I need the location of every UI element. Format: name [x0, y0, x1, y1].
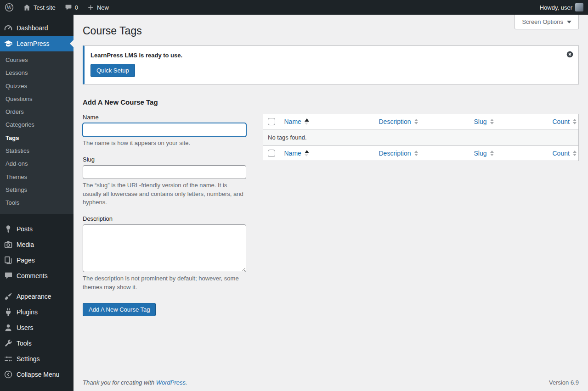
settings-sliders-icon: [0, 354, 17, 363]
sort-by-name-link[interactable]: Name: [284, 150, 309, 157]
wordpress-link[interactable]: WordPress: [156, 379, 186, 386]
column-header-name: Name: [284, 118, 301, 125]
admin-sidebar: Dashboard LearnPress Courses Lessons Qui…: [0, 15, 74, 391]
sidebar-item-label: Appearance: [17, 293, 51, 300]
dashboard-icon: [0, 23, 17, 33]
sort-asc-icon: [305, 150, 309, 156]
sidebar-item-dashboard[interactable]: Dashboard: [0, 20, 74, 36]
user-icon: [0, 323, 17, 332]
sidebar-item-label: Comments: [17, 272, 48, 279]
admin-bar-right: Howdy, user: [535, 0, 588, 15]
sort-asc-icon: [305, 118, 309, 125]
sort-by-name-link[interactable]: Name: [284, 118, 309, 125]
sidebar-item-comments[interactable]: Comments: [0, 268, 74, 284]
sort-by-slug-link[interactable]: Slug: [474, 150, 494, 157]
slug-field-group: Slug The “slug” is the URL-friendly vers…: [83, 156, 246, 207]
table-header-row: Name Description Slug Count: [263, 114, 579, 129]
new-label: New: [97, 4, 109, 11]
column-header-slug: Slug: [474, 118, 487, 125]
slug-help-text: The “slug” is the URL-friendly version o…: [83, 181, 246, 207]
speech-bubble-icon: [0, 271, 17, 280]
sidebar-item-plugins[interactable]: Plugins: [0, 304, 74, 320]
sort-by-slug-link[interactable]: Slug: [474, 118, 494, 125]
add-tag-form: Name The name is how it appears on your …: [83, 114, 246, 316]
sortable-icon: [573, 119, 577, 124]
sidebar-item-label: Settings: [17, 355, 40, 363]
sort-by-description-link[interactable]: Description: [379, 150, 418, 157]
description-field-group: Description The description is not promi…: [83, 215, 246, 292]
svg-text:W: W: [7, 5, 12, 10]
plus-icon: [87, 4, 94, 11]
dismiss-notice-button[interactable]: [565, 50, 575, 59]
collapse-arrow-icon: [0, 370, 17, 379]
tag-name-input[interactable]: [83, 123, 246, 137]
column-header-description: Description: [379, 150, 411, 157]
menu-separator: [0, 214, 74, 221]
site-name-menu[interactable]: Test site: [18, 0, 60, 15]
sortable-icon: [490, 151, 494, 156]
page-title: Course Tags: [83, 24, 579, 38]
sidebar-item-label: Posts: [17, 225, 33, 233]
footer-version: Version 6.9: [549, 379, 579, 386]
howdy-label: Howdy, user: [540, 4, 572, 11]
empty-table-row: No tags found.: [263, 129, 579, 145]
sidebar-item-appearance[interactable]: Appearance: [0, 289, 74, 304]
pushpin-icon: [0, 224, 17, 234]
select-all-checkbox[interactable]: [268, 118, 275, 125]
sidebar-item-tools[interactable]: Tools: [0, 335, 74, 351]
sidebar-item-lp-settings[interactable]: Settings: [0, 184, 74, 196]
sidebar-item-lessons[interactable]: Lessons: [0, 67, 74, 79]
sidebar-item-questions[interactable]: Questions: [0, 93, 74, 106]
sidebar-item-quizzes[interactable]: Quizzes: [0, 80, 74, 93]
wordpress-logo-icon: W: [5, 3, 14, 12]
sort-by-count-link[interactable]: Count: [553, 150, 577, 157]
wordpress-logo-menu[interactable]: W: [0, 0, 18, 15]
new-content-menu[interactable]: New: [83, 0, 113, 15]
comments-count: 0: [75, 4, 78, 11]
sidebar-item-statistics[interactable]: Statistics: [0, 145, 74, 157]
sidebar-item-settings[interactable]: Settings: [0, 351, 74, 367]
collapse-menu-button[interactable]: Collapse Menu: [0, 367, 74, 382]
chevron-down-icon: [567, 21, 571, 23]
wrench-icon: [0, 339, 17, 348]
sidebar-item-label: Dashboard: [17, 24, 48, 32]
sidebar-item-addons[interactable]: Add-ons: [0, 157, 74, 170]
tags-table-wrapper: Name Description Slug Count: [263, 114, 579, 161]
sidebar-item-lp-tools[interactable]: Tools: [0, 196, 74, 209]
menu-separator: [0, 284, 74, 289]
screen-options-button[interactable]: Screen Options: [514, 15, 579, 29]
sidebar-item-posts[interactable]: Posts: [0, 221, 74, 237]
column-header-slug: Slug: [474, 150, 487, 157]
sidebar-item-tags[interactable]: Tags: [0, 132, 74, 145]
sidebar-item-pages[interactable]: Pages: [0, 252, 74, 268]
sort-by-description-link[interactable]: Description: [379, 118, 418, 125]
add-tag-submit-button[interactable]: Add A New Course Tag: [83, 303, 156, 316]
admin-footer: Thank you for creating with WordPress. V…: [83, 374, 579, 391]
submit-row: Add A New Course Tag: [83, 303, 246, 316]
camera-icon: [0, 240, 17, 249]
sortable-icon: [414, 119, 418, 124]
sidebar-item-orders[interactable]: Orders: [0, 106, 74, 118]
sortable-icon: [573, 151, 577, 156]
learnpress-notice: LearnPress LMS is ready to use. Quick Se…: [83, 45, 579, 84]
sidebar-item-label: LearnPress: [17, 40, 50, 47]
tag-slug-input[interactable]: [83, 165, 246, 179]
sidebar-item-media[interactable]: Media: [0, 237, 74, 252]
comments-menu[interactable]: 0: [60, 0, 83, 15]
admin-bar-left: W Test site 0 New: [0, 0, 113, 15]
tag-description-textarea[interactable]: [83, 224, 246, 272]
sidebar-item-categories[interactable]: Categories: [0, 118, 74, 131]
sidebar-item-themes[interactable]: Themes: [0, 171, 74, 184]
sidebar-item-courses[interactable]: Courses: [0, 54, 74, 67]
footer-thanks-text: Thank you for creating with WordPress.: [83, 379, 187, 386]
collapse-menu-label: Collapse Menu: [17, 371, 59, 378]
sidebar-item-learnpress[interactable]: LearnPress: [0, 36, 74, 51]
learnpress-submenu: Courses Lessons Quizzes Questions Orders…: [0, 51, 74, 214]
content-columns: Name The name is how it appears on your …: [83, 114, 579, 316]
sort-by-count-link[interactable]: Count: [553, 118, 577, 125]
select-all-checkbox[interactable]: [268, 150, 275, 157]
column-header-count: Count: [553, 150, 570, 157]
my-account-menu[interactable]: Howdy, user: [535, 0, 588, 15]
quick-setup-button[interactable]: Quick Setup: [90, 64, 135, 77]
sidebar-item-users[interactable]: Users: [0, 320, 74, 335]
